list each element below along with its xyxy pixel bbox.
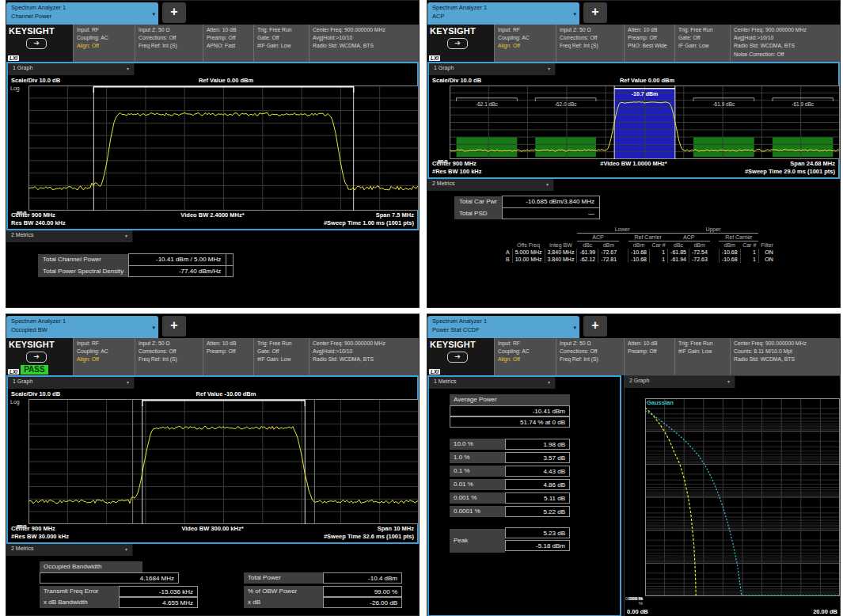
chevron-down-icon: ▾ (548, 66, 550, 71)
chevron-down-icon: ▾ (125, 546, 127, 552)
graph-dropdown[interactable]: 1 Graph▾ (8, 377, 135, 389)
tab-bar: Spectrum Analyzer 1 Occupied BW ▾ + (6, 314, 419, 338)
chevron-down-icon: ▾ (546, 181, 549, 187)
col-car: Car # (740, 241, 758, 249)
panel-power-stat-ccdf: Spectrum Analyzer 1 Power Stat CCDF ▾ + … (427, 314, 841, 616)
chevron-down-icon: ▾ (152, 325, 155, 331)
pct-value: 5.22 dB (505, 506, 570, 517)
setting-line: Input Z: 50 Ω (139, 340, 203, 348)
acp-offset-table: Lower Upper ACP Ref Carrier ACP Ref Carr… (503, 226, 776, 263)
x-max-label: 20.00 dB (813, 607, 837, 616)
spectrum-plot[interactable]: Log -20.0-30.0-40.0-50.0-60.0-70.0-80.0-… (8, 399, 417, 524)
ccdf-curves[interactable] (645, 398, 840, 596)
tab-spectrum-analyzer[interactable]: Spectrum Analyzer 1 Channel Power ▾ (6, 2, 158, 25)
acp-trace[interactable]: -62.1 dBc-62.0 dBc-10.7 dBm-61.9 dBc-61.… (450, 86, 840, 159)
metrics-dropdown[interactable]: 2 Metrics▾ (427, 179, 554, 191)
svg-text:-62.1 dBc: -62.1 dBc (476, 101, 499, 107)
ccdf-plot[interactable]: Gaussian 100 %10 %1 %0.1 %0.01 %0.001 %0… (625, 398, 840, 607)
pct-value: 4.43 dB (505, 466, 570, 477)
log-scale-label: Log (10, 399, 20, 405)
metric-label: Total Channel Power (38, 254, 129, 266)
metric-value: -77.40 dBm/Hz (129, 265, 226, 277)
add-tab-button[interactable]: + (583, 316, 607, 337)
header-col-atten: Atten: 10 dBPreamp: OffPNO: Best Wide (624, 25, 674, 62)
panel-acp: Spectrum Analyzer 1 ACP ▾ + KEYSIGHT ➔ L… (427, 0, 841, 308)
col-dbm: dBm (598, 241, 619, 249)
setting-line: Align: Off (498, 42, 556, 50)
setting-line: Corrections: Off (139, 348, 203, 356)
brand-block: KEYSIGHT ➔ LXI (427, 338, 494, 375)
chevron-down-icon: ▾ (125, 233, 127, 238)
col-filter: Filter (758, 241, 776, 249)
average-power-value: -10.41 dBm (450, 405, 570, 416)
graph-dropdown[interactable]: 2 Graph▾ (625, 376, 735, 388)
setting-line: Radio Std: WCDMA, BTS (313, 42, 419, 50)
metrics-dropdown-label: 2 Metrics (432, 181, 454, 186)
tab-spectrum-analyzer[interactable]: Spectrum Analyzer 1 Occupied BW ▾ (6, 316, 158, 338)
continuous-sweep-icon[interactable]: ➔ (26, 352, 47, 363)
setting-line: #IF Gain: Low (257, 356, 309, 363)
metrics-dropdown[interactable]: 2 Metrics▾ (6, 230, 133, 242)
graph-window: 1 Graph▾ Scale/Div 10.0 dB Ref Value 0.0… (6, 62, 419, 230)
setting-line: Avg|Hold:>10/10 (313, 348, 419, 356)
lxi-badge: LXI (429, 369, 440, 375)
setting-line: Radio Std: WCDMA, BTS (734, 356, 840, 363)
brand-block: KEYSIGHT ➔ LXI PASS (6, 338, 73, 375)
center-freq-annot: Center 900 MHz (432, 160, 551, 168)
y-axis-label: -90.0 (429, 159, 447, 164)
spectrum-plot[interactable]: -62.1 dBc-62.0 dBc-10.7 dBm-61.9 dBc-61.… (429, 86, 838, 159)
setting-line: Input: RF (77, 340, 135, 348)
metric-row: Total Channel Power-10.41 dBm / 5.00 MHz (38, 254, 234, 266)
keysight-logo: KEYSIGHT (9, 26, 73, 36)
chevron-down-icon: ▾ (152, 11, 155, 17)
acp-group-row: Lower Upper (503, 226, 776, 234)
setting-line: PNO: Best Wide (628, 42, 674, 50)
col-integ-bw: Integ BW (545, 241, 577, 249)
panel-occupied-bw: Spectrum Analyzer 1 Occupied BW ▾ + KEYS… (6, 314, 420, 616)
continuous-sweep-icon[interactable]: ➔ (447, 352, 468, 363)
channel-power-trace[interactable] (28, 86, 419, 211)
sweep-time-annot: #Sweep Time 29.0 ms (1001 pts) (716, 168, 835, 176)
setting-line: Preamp: Off (207, 34, 253, 42)
metrics-dropdown-label: 2 Metrics (11, 546, 33, 551)
continuous-sweep-icon[interactable]: ➔ (447, 38, 468, 49)
add-tab-button[interactable]: + (162, 316, 186, 337)
setting-line: Avg|Hold:>10/10 (313, 34, 419, 42)
graph-dropdown[interactable]: 1 Graph▾ (8, 63, 135, 75)
header-col-impedance: Input Z: 50 ΩCorrections: OffFreq Ref: I… (135, 338, 203, 375)
log-scale-label: Log (10, 86, 20, 91)
metric-label: Total PSD (454, 207, 503, 219)
video-bw-annot: Video BW 2.4000 MHz* (130, 211, 296, 219)
add-tab-button[interactable]: + (583, 2, 607, 23)
continuous-sweep-icon[interactable]: ➔ (26, 38, 47, 49)
occupied-bw-trace[interactable] (28, 399, 419, 524)
setting-line: Trig: Free Run (678, 26, 730, 34)
setting-line: Preamp: Off (207, 348, 253, 356)
obw-power-pct-label: % of OBW Power (244, 586, 323, 597)
metric-value: -10.685 dBm/3.840 MHz (503, 196, 600, 208)
setting-line: Trig: Free Run (257, 340, 309, 348)
res-bw-annot: #Res BW 30.000 kHz (11, 533, 130, 541)
header-col-freq: Center Freq: 900.000000 MHzCounts: 8.11 … (730, 338, 840, 375)
svg-text:-61.9 dBc: -61.9 dBc (712, 101, 735, 107)
header-col-impedance: Input Z: 50 ΩCorrections: OffFreq Ref: I… (135, 25, 203, 62)
ref-value-label: Ref Value 0.00 dBm (130, 77, 322, 84)
spectrum-plot[interactable]: Log -10.0-20.0-30.0-40.0-50.0-60.0-70.0-… (8, 86, 417, 211)
metrics-dropdown[interactable]: 1 Metrics▾ (429, 377, 556, 389)
setting-line: Align: Off (77, 356, 135, 363)
add-tab-button[interactable]: + (162, 2, 186, 23)
metrics-dropdown[interactable]: 2 Metrics▾ (6, 544, 133, 556)
tab-spectrum-analyzer[interactable]: Spectrum Analyzer 1 Power Stat CCDF ▾ (427, 316, 579, 338)
graph-dropdown[interactable]: 1 Graph▾ (429, 63, 556, 75)
y-axis-label: -100 (8, 524, 26, 529)
setting-line: Gate: Off (257, 348, 309, 356)
setting-line: Input Z: 50 Ω (139, 26, 203, 34)
header-col-input: Input: RFCoupling: ACAlign: Off (73, 25, 135, 62)
setting-line: Counts: 8.11 M/10.0 Mpt (734, 348, 840, 356)
graph-annotations: Center 900 MHz #Video BW 1.0000 MHz* Spa… (429, 159, 838, 177)
setting-line: Gate: Off (257, 34, 309, 42)
settings-header: KEYSIGHT ➔ LXI Input: RFCoupling: ACAlig… (6, 25, 419, 62)
tab-spectrum-analyzer[interactable]: Spectrum Analyzer 1 ACP ▾ (427, 2, 579, 25)
setting-line: Atten: 10 dB (207, 340, 253, 348)
setting-line: Center Freq: 900.000000 MHz (313, 340, 419, 348)
